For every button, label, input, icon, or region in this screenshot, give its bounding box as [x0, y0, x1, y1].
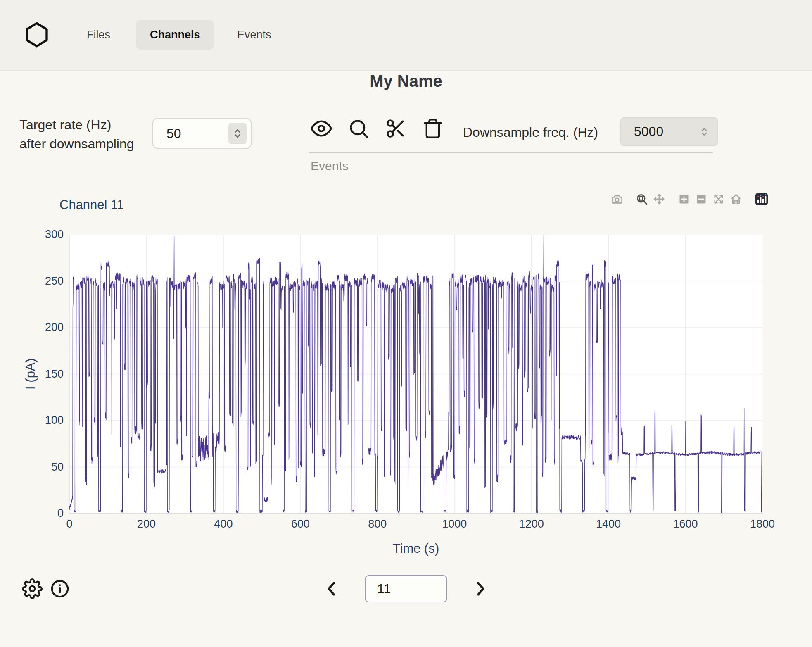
plot-area[interactable] — [69, 235, 762, 514]
plotly-logo-icon[interactable] — [755, 193, 768, 206]
pan-icon[interactable] — [653, 193, 665, 205]
current-trace — [69, 235, 762, 513]
y-tick-label: 250 — [22, 275, 64, 288]
x-axis-title: Time (s) — [393, 541, 439, 556]
x-tick-label: 600 — [271, 518, 329, 530]
events-toolbar — [311, 118, 444, 139]
downsample-freq-label: Downsample freq. (Hz) — [463, 125, 598, 140]
info-icon[interactable] — [50, 579, 71, 600]
downsample-freq-spinner-icon[interactable] — [695, 121, 713, 143]
target-rate-value[interactable]: 50 — [153, 126, 228, 141]
x-tick-label: 1200 — [503, 518, 560, 530]
events-section-label: Events — [311, 159, 349, 173]
zoom-in-icon[interactable] — [678, 193, 690, 205]
settings-gear-icon[interactable] — [22, 578, 43, 599]
x-tick-label: 1400 — [579, 518, 637, 530]
x-tick-label: 0 — [40, 518, 98, 530]
search-icon[interactable] — [348, 118, 369, 139]
x-tick-label: 400 — [195, 518, 252, 530]
channel-number-value[interactable]: 11 — [366, 581, 391, 597]
x-tick-label: 200 — [117, 518, 175, 530]
scissors-icon[interactable] — [385, 118, 406, 139]
target-rate-label-line1: Target rate (Hz) — [19, 117, 111, 133]
plotly-modebar — [611, 193, 768, 206]
next-channel-chevron-right-icon[interactable] — [472, 580, 489, 597]
y-tick-label: 300 — [22, 228, 64, 241]
downsample-freq-value[interactable]: 5000 — [621, 124, 695, 139]
x-tick-label: 800 — [349, 518, 406, 530]
eye-icon[interactable] — [311, 118, 332, 139]
page-title: My Name — [370, 72, 442, 90]
y-tick-label: 100 — [22, 414, 64, 427]
x-tick-label: 1800 — [734, 518, 791, 530]
hexagon-logo-icon[interactable] — [24, 20, 50, 50]
target-rate-spinner-icon[interactable] — [228, 123, 247, 144]
navbar: Files Channels Events — [0, 0, 812, 71]
reset-axes-home-icon[interactable] — [730, 193, 742, 205]
events-divider — [309, 152, 713, 153]
tab-channels[interactable]: Channels — [136, 20, 214, 50]
target-rate-input[interactable]: 50 — [152, 118, 252, 149]
x-tick-label: 1600 — [657, 518, 715, 530]
zoom-icon[interactable] — [636, 193, 648, 205]
target-rate-label-line2: after downsampling — [19, 136, 134, 152]
x-tick-label: 1000 — [425, 518, 483, 530]
tab-events[interactable]: Events — [223, 20, 285, 50]
channel-trace-plot[interactable] — [69, 235, 762, 514]
downsample-freq-input[interactable]: 5000 — [620, 117, 718, 146]
chart-title: Channel 11 — [59, 197, 124, 212]
zoom-out-icon[interactable] — [696, 193, 707, 205]
previous-channel-chevron-left-icon[interactable] — [323, 580, 340, 597]
camera-icon[interactable] — [611, 193, 623, 205]
y-tick-label: 50 — [22, 461, 64, 473]
y-tick-label: 200 — [22, 321, 64, 334]
y-axis-title: I (pA) — [23, 349, 38, 399]
autoscale-icon[interactable] — [713, 193, 724, 205]
tab-files[interactable]: Files — [73, 20, 124, 50]
channel-number-input[interactable]: 11 — [365, 575, 447, 602]
trash-icon[interactable] — [422, 118, 444, 139]
